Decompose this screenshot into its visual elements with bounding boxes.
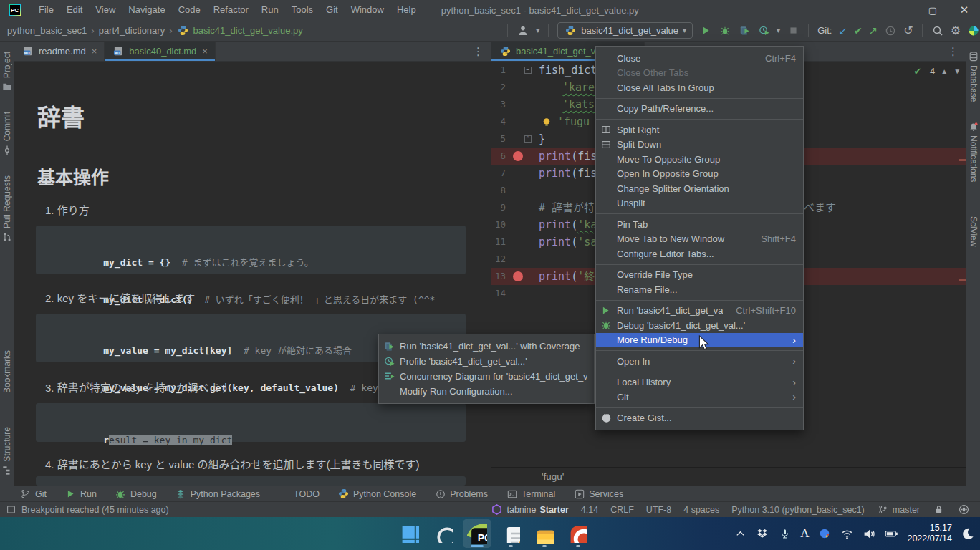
line-number[interactable]: 7 bbox=[491, 165, 506, 182]
menu-item-pin-tab[interactable]: Pin Tab bbox=[596, 217, 803, 232]
breadcrumb-item[interactable]: part4_dictionary bbox=[99, 25, 165, 36]
menu-item-open-in[interactable]: Open In› bbox=[596, 354, 803, 369]
menu-item-git[interactable]: Git› bbox=[596, 390, 803, 405]
status-message[interactable]: Breakpoint reached (45 minutes ago) bbox=[6, 505, 169, 515]
line-number[interactable]: 12 bbox=[491, 251, 506, 268]
tab-options-icon[interactable]: ⋮ bbox=[941, 42, 966, 61]
breadcrumb-item[interactable]: python_basic_sec1 bbox=[7, 25, 87, 36]
taskbar-start-icon[interactable] bbox=[395, 519, 424, 548]
tab-close-icon[interactable]: × bbox=[92, 46, 97, 57]
rollback-icon[interactable]: ↺ bbox=[903, 24, 913, 37]
git-commit-icon[interactable]: ✔ bbox=[854, 25, 863, 37]
line-number[interactable]: 8 bbox=[491, 182, 506, 199]
tool-window-button-sciview[interactable]: SciView bbox=[969, 203, 979, 246]
editor-tab-basic40-dict-md[interactable]: MDbasic40_dict.md× bbox=[105, 42, 216, 61]
menu-item-create-gist[interactable]: Create Gist... bbox=[596, 411, 803, 426]
tray-wifi-icon[interactable] bbox=[840, 527, 853, 540]
user-chevron-down-icon[interactable]: ▾ bbox=[536, 26, 539, 34]
close-button[interactable]: ✕ bbox=[948, 0, 980, 20]
line-number[interactable]: 5 bbox=[491, 130, 506, 148]
tool-window-button-project[interactable]: Project bbox=[2, 52, 12, 92]
ime-indicator[interactable]: A bbox=[800, 526, 809, 541]
menu-item-copy-path-reference[interactable]: Copy Path/Reference... bbox=[596, 102, 803, 117]
line-number[interactable]: 3 bbox=[491, 96, 506, 113]
debug-button-icon[interactable] bbox=[719, 24, 731, 37]
line-number[interactable]: 6 bbox=[491, 148, 506, 165]
taskbar-camtasia-icon[interactable] bbox=[564, 519, 592, 548]
profile-button-icon[interactable] bbox=[757, 24, 770, 37]
next-problem-icon[interactable]: ▼ bbox=[953, 67, 961, 75]
menu-refactor[interactable]: Refactor bbox=[207, 0, 255, 20]
prev-problem-icon[interactable]: ▲ bbox=[941, 67, 948, 75]
breakpoint-icon[interactable] bbox=[513, 271, 523, 281]
menu-item-debug-basic41-dict-get-val[interactable]: Debug 'basic41_dict_get_val...' bbox=[596, 318, 803, 333]
intention-bulb-icon[interactable] bbox=[540, 116, 553, 129]
menu-item-run-basic41-dict-get-val[interactable]: Run 'basic41_dict_get_val...'Ctrl+Shift+… bbox=[596, 304, 803, 319]
run-configuration-select[interactable]: basic41_dict_get_value▾ bbox=[557, 22, 693, 39]
git-push-icon[interactable]: ↗ bbox=[869, 24, 878, 37]
menu-item-profile-basic41-dict-get-val[interactable]: Profile 'basic41_dict_get_val...' bbox=[379, 354, 594, 369]
taskbar-search-icon[interactable] bbox=[429, 519, 458, 548]
taskbar-pycharm-icon[interactable]: PC bbox=[463, 519, 491, 548]
menu-tools[interactable]: Tools bbox=[285, 0, 320, 20]
breadcrumb-item[interactable]: basic41_dict_get_value.py bbox=[177, 24, 303, 37]
tool-window-button-bookmarks[interactable]: Bookmarks bbox=[2, 350, 12, 407]
minimize-button[interactable]: – bbox=[885, 0, 917, 20]
tool-button-python-packages[interactable]: Python Packages bbox=[176, 488, 260, 499]
maximize-button[interactable]: ▢ bbox=[917, 0, 948, 20]
status-segment-python-3-10-python-basic-sec1[interactable]: Python 3.10 (python_basic_sec1) bbox=[731, 505, 865, 515]
tray-mic-icon[interactable] bbox=[778, 527, 791, 540]
error-stripe-mark[interactable] bbox=[959, 279, 966, 281]
error-stripe-mark[interactable] bbox=[959, 159, 966, 161]
status-segment-utf-8[interactable]: UTF-8 bbox=[646, 505, 671, 515]
tab-close-icon[interactable]: × bbox=[202, 46, 208, 57]
menu-item-rename-file[interactable]: Rename File... bbox=[596, 282, 803, 297]
tray-battery-icon[interactable] bbox=[885, 527, 898, 540]
menu-run[interactable]: Run bbox=[255, 0, 285, 20]
menu-item-split-down[interactable]: Split Down bbox=[596, 138, 803, 153]
menu-item-open-in-opposite-group[interactable]: Open In Opposite Group bbox=[596, 167, 803, 182]
menu-item-move-tab-to-new-window[interactable]: Move Tab to New WindowShift+F4 bbox=[596, 232, 803, 247]
menu-item-split-right[interactable]: Split Right bbox=[596, 122, 803, 138]
inspections-widget[interactable]: ✔ 4 ▲ ▼ bbox=[911, 64, 961, 77]
coverage-button-icon[interactable] bbox=[738, 24, 751, 37]
tool-button-run[interactable]: Run bbox=[65, 488, 97, 499]
fold-marker-icon[interactable]: ⌃ bbox=[524, 135, 532, 143]
tab-options-icon[interactable]: ⋮ bbox=[466, 42, 491, 61]
line-number[interactable]: 2 bbox=[491, 79, 506, 96]
tool-window-button-notifications[interactable]: Notifications bbox=[969, 122, 979, 182]
tool-window-button-database[interactable]: Database bbox=[969, 52, 979, 102]
menu-item-move-to-opposite-group[interactable]: Move To Opposite Group bbox=[596, 152, 803, 167]
line-number[interactable]: 4 bbox=[491, 113, 506, 130]
history-icon[interactable] bbox=[884, 24, 897, 37]
menu-navigate[interactable]: Navigate bbox=[122, 0, 171, 20]
tool-button-services[interactable]: Services bbox=[574, 488, 623, 499]
tray-night-mode-icon[interactable] bbox=[961, 527, 974, 540]
tray-chevron-up-icon[interactable] bbox=[734, 527, 746, 540]
menu-view[interactable]: View bbox=[89, 0, 122, 20]
tool-button-problems[interactable]: Problems bbox=[435, 488, 488, 499]
menu-item-modify-run-configuration[interactable]: Modify Run Configuration... bbox=[379, 384, 594, 399]
tray-sphere-icon[interactable] bbox=[818, 527, 831, 540]
menu-item-local-history[interactable]: Local History› bbox=[596, 375, 803, 390]
line-number[interactable]: 9 bbox=[491, 199, 506, 216]
taskbar-notepad-icon[interactable] bbox=[496, 519, 525, 548]
plugin-icon[interactable] bbox=[967, 24, 980, 37]
tray-volume-icon[interactable] bbox=[863, 527, 875, 540]
user-icon[interactable] bbox=[517, 24, 529, 37]
line-number[interactable]: 14 bbox=[491, 285, 506, 302]
git-update-icon[interactable]: ↙ bbox=[838, 24, 847, 37]
menu-file[interactable]: File bbox=[32, 0, 60, 20]
settings-gear-icon[interactable]: ⚙ bbox=[951, 24, 961, 37]
run-button-icon[interactable] bbox=[699, 24, 712, 37]
git-branch-widget[interactable]: master bbox=[877, 503, 920, 516]
menu-item-configure-editor-tabs[interactable]: Configure Editor Tabs... bbox=[596, 246, 803, 261]
breakpoint-icon[interactable] bbox=[513, 151, 523, 161]
taskbar-explorer-icon[interactable] bbox=[530, 519, 559, 548]
tool-window-button-commit[interactable]: Commit bbox=[2, 112, 12, 155]
tool-button-debug[interactable]: Debug bbox=[115, 488, 157, 499]
tool-button-todo[interactable]: TODO bbox=[279, 488, 320, 499]
status-segment-crlf[interactable]: CRLF bbox=[610, 505, 634, 515]
line-number[interactable]: 10 bbox=[491, 216, 506, 233]
menu-item-override-file-type[interactable]: Override File Type bbox=[596, 268, 803, 283]
